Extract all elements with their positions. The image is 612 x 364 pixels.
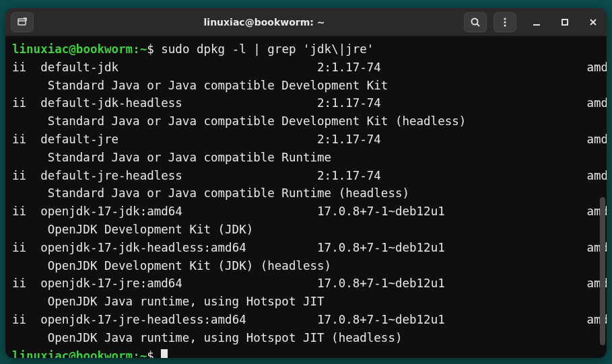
- close-icon: [588, 17, 598, 27]
- pkg-arch: amd64: [586, 96, 607, 110]
- pkg-name: default-jdk-headless: [40, 96, 317, 110]
- terminal-body[interactable]: linuxiac@bookworm:~$ sudo dpkg -l | grep…: [5, 36, 607, 358]
- minimize-icon: [532, 17, 541, 27]
- package-row: ii default-jre-headless 2:1.17-74 amd64: [12, 167, 600, 185]
- pkg-version: 2:1.17-74: [317, 96, 586, 110]
- prompt-symbol: $: [147, 349, 161, 358]
- menu-button[interactable]: [494, 12, 516, 32]
- package-row: ii openjdk-17-jdk:amd64 17.0.8+7-1~deb12…: [12, 203, 600, 221]
- titlebar-right: [464, 12, 601, 32]
- minimize-button[interactable]: [529, 14, 545, 30]
- package-row: ii openjdk-17-jre-headless:amd64 17.0.8+…: [12, 311, 600, 329]
- prompt-path: :~: [133, 349, 147, 358]
- svg-line-2: [477, 24, 480, 26]
- pkg-version: 17.0.8+7-1~deb12u1: [317, 205, 586, 218]
- pkg-status: ii: [12, 61, 40, 74]
- pkg-name: default-jdk: [40, 61, 317, 74]
- pkg-status: ii: [12, 96, 40, 110]
- pkg-arch: amd64: [586, 133, 607, 146]
- prompt-at: @: [69, 42, 76, 56]
- package-row: ii openjdk-17-jre:amd64 17.0.8+7-1~deb12…: [12, 275, 600, 293]
- pkg-desc: OpenJDK Development Kit (JDK) (headless): [12, 259, 331, 272]
- pkg-desc: Standard Java or Java compatible Runtime: [12, 151, 331, 164]
- pkg-status: ii: [12, 241, 40, 254]
- new-tab-button[interactable]: [11, 12, 34, 32]
- search-icon: [470, 17, 481, 28]
- package-desc-row: Standard Java or Java compatible Develop…: [12, 112, 600, 131]
- prompt-at: @: [69, 349, 76, 358]
- pkg-version: 2:1.17-74: [317, 169, 586, 182]
- svg-point-1: [472, 18, 478, 24]
- package-desc-row: Standard Java or Java compatible Runtime: [12, 149, 600, 167]
- titlebar-left: [11, 12, 65, 32]
- pkg-version: 2:1.17-74: [317, 133, 586, 146]
- pkg-status: ii: [12, 169, 40, 182]
- package-row: ii openjdk-17-jdk-headless:amd64 17.0.8+…: [12, 239, 600, 257]
- pkg-name: default-jre-headless: [40, 169, 317, 182]
- close-button[interactable]: [585, 14, 601, 30]
- prompt-user: linuxiac: [12, 349, 69, 358]
- prompt-user: linuxiac: [12, 42, 69, 56]
- svg-rect-0: [18, 19, 26, 25]
- terminal-window: linuxiac@bookworm: ~: [5, 8, 607, 358]
- pkg-status: ii: [12, 133, 40, 146]
- maximize-button[interactable]: [557, 14, 573, 30]
- menu-icon: [500, 17, 510, 28]
- pkg-desc: OpenJDK Development Kit (JDK): [12, 223, 253, 236]
- package-desc-row: Standard Java or Java compatible Develop…: [12, 77, 600, 95]
- prompt-host: bookworm: [76, 42, 133, 56]
- svg-point-3: [504, 17, 506, 20]
- pkg-name: openjdk-17-jdk:amd64: [40, 205, 317, 218]
- prompt-symbol: $: [147, 42, 161, 56]
- command-line: linuxiac@bookworm:~$ sudo dpkg -l | grep…: [12, 40, 600, 59]
- svg-point-5: [504, 24, 506, 26]
- new-tab-icon: [17, 17, 28, 28]
- pkg-version: 17.0.8+7-1~deb12u1: [317, 313, 586, 326]
- pkg-desc: Standard Java or Java compatible Runtime…: [12, 186, 409, 200]
- prompt-host: bookworm: [76, 349, 133, 358]
- pkg-status: ii: [12, 277, 40, 290]
- prompt-line: linuxiac@bookworm:~$: [12, 347, 600, 358]
- pkg-version: 2:1.17-74: [317, 61, 586, 74]
- pkg-name: openjdk-17-jdk-headless:amd64: [40, 241, 317, 254]
- prompt-path: :~: [133, 42, 147, 56]
- pkg-desc: Standard Java or Java compatible Develop…: [12, 114, 466, 128]
- pkg-arch: amd64: [586, 169, 607, 182]
- scrollbar-thumb[interactable]: [600, 197, 605, 345]
- pkg-arch: amd64: [586, 61, 607, 74]
- search-button[interactable]: [464, 12, 487, 32]
- pkg-name: openjdk-17-jre-headless:amd64: [40, 313, 317, 326]
- svg-rect-7: [562, 20, 568, 25]
- package-desc-row: OpenJDK Java runtime, using Hotspot JIT …: [12, 329, 600, 347]
- pkg-desc: OpenJDK Java runtime, using Hotspot JIT …: [12, 331, 402, 344]
- package-row: ii default-jdk 2:1.17-74 amd64: [12, 59, 600, 77]
- package-desc-row: OpenJDK Development Kit (JDK): [12, 221, 600, 239]
- pkg-status: ii: [12, 313, 40, 326]
- pkg-name: default-jre: [40, 133, 317, 146]
- pkg-desc: OpenJDK Java runtime, using Hotspot JIT: [12, 295, 325, 308]
- pkg-name: openjdk-17-jre:amd64: [40, 277, 317, 290]
- pkg-status: ii: [12, 205, 40, 218]
- titlebar: linuxiac@bookworm: ~: [5, 8, 607, 36]
- pkg-version: 17.0.8+7-1~deb12u1: [317, 241, 586, 254]
- cursor: [161, 349, 168, 358]
- pkg-desc: Standard Java or Java compatible Develop…: [12, 79, 388, 92]
- svg-point-4: [504, 21, 506, 23]
- package-desc-row: OpenJDK Development Kit (JDK) (headless): [12, 257, 600, 275]
- package-row: ii default-jre 2:1.17-74 amd64: [12, 131, 600, 149]
- pkg-version: 17.0.8+7-1~deb12u1: [317, 277, 586, 290]
- maximize-icon: [560, 17, 570, 27]
- command-text: sudo dpkg -l | grep 'jdk\|jre': [161, 42, 374, 56]
- package-row: ii default-jdk-headless 2:1.17-74 amd64: [12, 94, 600, 112]
- package-desc-row: Standard Java or Java compatible Runtime…: [12, 184, 600, 203]
- window-title: linuxiac@bookworm: ~: [65, 17, 464, 28]
- package-desc-row: OpenJDK Java runtime, using Hotspot JIT: [12, 293, 600, 311]
